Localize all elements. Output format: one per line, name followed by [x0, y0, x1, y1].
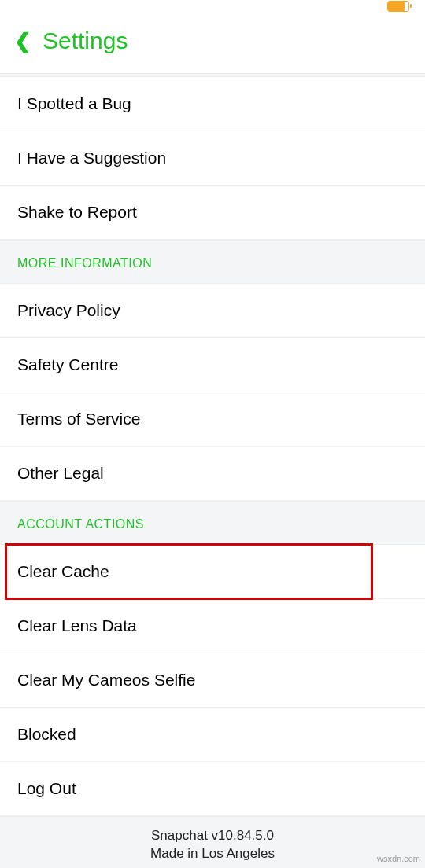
item-clear-cameos-selfie[interactable]: Clear My Cameos Selfie [0, 653, 425, 708]
footer: Snapchat v10.84.5.0 Made in Los Angeles [0, 816, 425, 868]
list-item-label: Other Legal [17, 464, 104, 482]
list-item-label: Clear My Cameos Selfie [17, 671, 195, 689]
list-item-label: Safety Centre [17, 355, 118, 373]
list-item-label: Clear Lens Data [17, 616, 137, 634]
item-safety-centre[interactable]: Safety Centre [0, 338, 425, 392]
item-shake-to-report[interactable]: Shake to Report [0, 186, 425, 240]
item-clear-cache[interactable]: Clear Cache [0, 545, 425, 599]
page-title: Settings [42, 28, 128, 54]
section-header-account-actions: ACCOUNT ACTIONS [0, 501, 425, 545]
feedback-list: I Spotted a BugI Have a SuggestionShake … [0, 77, 425, 240]
item-blocked[interactable]: Blocked [0, 708, 425, 762]
item-other-legal[interactable]: Other Legal [0, 447, 425, 501]
back-icon[interactable]: ❮ [14, 31, 31, 51]
list-item-label: Shake to Report [17, 203, 137, 221]
item-spotted-bug[interactable]: I Spotted a Bug [0, 77, 425, 131]
battery-icon [387, 1, 409, 12]
item-privacy-policy[interactable]: Privacy Policy [0, 284, 425, 338]
section-header-more-info: MORE INFORMATION [0, 240, 425, 284]
item-terms-of-service[interactable]: Terms of Service [0, 392, 425, 447]
list-item-label: Privacy Policy [17, 301, 120, 319]
footer-made-in: Made in Los Angeles [0, 845, 425, 863]
item-log-out[interactable]: Log Out [0, 762, 425, 816]
header: ❮ Settings [0, 13, 425, 73]
watermark: wsxdn.com [377, 854, 420, 863]
list-item-label: Blocked [17, 725, 76, 743]
more-info-list: Privacy PolicySafety CentreTerms of Serv… [0, 284, 425, 501]
list-item-label: Clear Cache [17, 562, 109, 580]
status-bar [0, 0, 425, 13]
list-item-label: Log Out [17, 779, 76, 797]
item-clear-lens-data[interactable]: Clear Lens Data [0, 599, 425, 653]
list-item-label: I Have a Suggestion [17, 149, 166, 167]
account-actions-list: Clear CacheClear Lens DataClear My Cameo… [0, 545, 425, 816]
list-item-label: I Spotted a Bug [17, 94, 131, 112]
item-have-suggestion[interactable]: I Have a Suggestion [0, 131, 425, 186]
footer-version: Snapchat v10.84.5.0 [0, 827, 425, 845]
list-item-label: Terms of Service [17, 410, 140, 428]
